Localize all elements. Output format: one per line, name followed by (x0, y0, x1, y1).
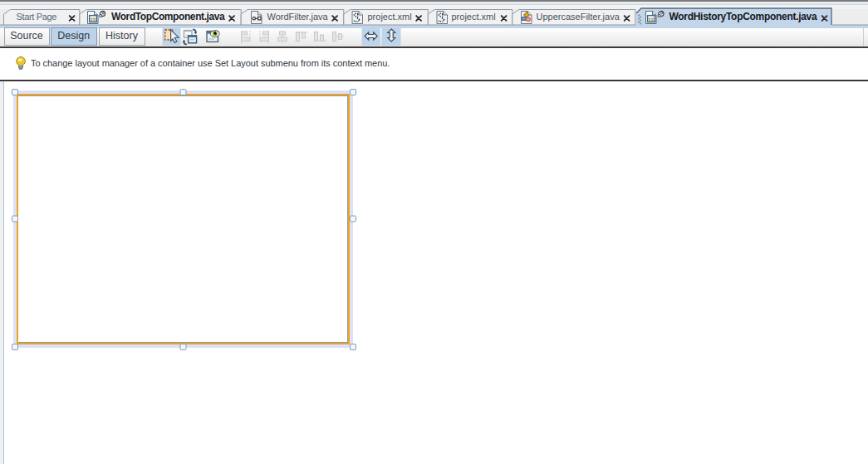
svg-text:WordFilter.java: WordFilter.java (267, 12, 329, 22)
svg-text:project.xml: project.xml (368, 12, 412, 22)
svg-text:WordHistoryTopComponent.java: WordHistoryTopComponent.java (669, 11, 817, 22)
svg-text:project.xml: project.xml (452, 12, 496, 22)
svg-text:UppercaseFilter.java: UppercaseFilter.java (537, 12, 620, 22)
svg-text:Start Page: Start Page (17, 12, 57, 22)
svg-text:WordTopComponent.java: WordTopComponent.java (111, 11, 225, 22)
